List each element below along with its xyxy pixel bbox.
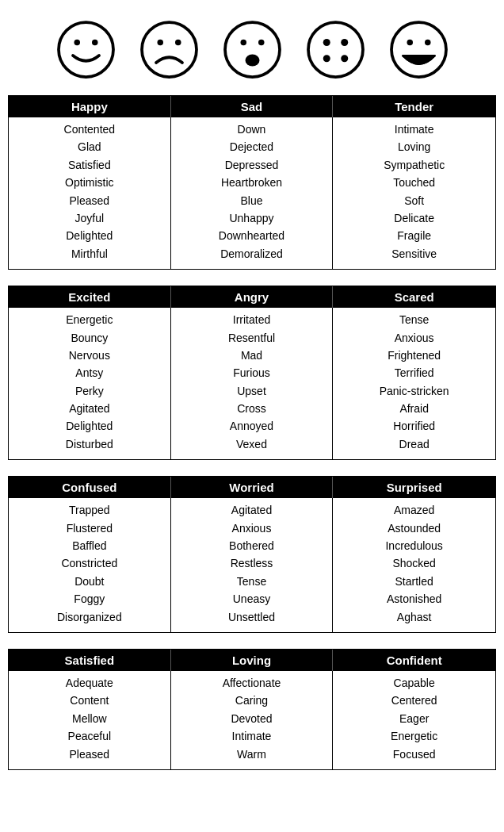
- svg-point-9: [245, 55, 259, 67]
- svg-point-13: [323, 55, 330, 62]
- word-item: Joyful: [75, 209, 105, 227]
- word-item: Cross: [237, 400, 266, 417]
- word-item: Contented: [64, 121, 116, 138]
- emotion-section-3: ConfusedWorriedSurprisedTrappedFlustered…: [8, 476, 496, 633]
- section-3-col-2-header: Worried: [171, 477, 334, 498]
- word-item: Perky: [75, 382, 104, 400]
- svg-point-3: [142, 22, 197, 77]
- section-4-col-1-words: AdequateContentMellowPeacefulPleased: [9, 671, 171, 769]
- word-item: Agitated: [231, 501, 272, 519]
- svg-point-15: [391, 22, 446, 77]
- section-4-header-row: SatisfiedLovingConfident: [9, 650, 495, 671]
- word-item: Anxious: [232, 520, 272, 537]
- section-1-col-1-header: Happy: [9, 96, 171, 117]
- word-item: Affectionate: [223, 674, 281, 692]
- section-1-col-3-words: IntimateLovingSympatheticTouchedSoftDeli…: [333, 117, 495, 269]
- word-item: Delighted: [66, 227, 113, 244]
- section-2-header-row: ExcitedAngryScared: [9, 286, 495, 308]
- excited-face-icon: [389, 20, 449, 79]
- surprised-face-icon: [223, 20, 282, 79]
- word-item: Satisfied: [68, 156, 111, 174]
- word-item: Agitated: [69, 400, 109, 417]
- svg-point-7: [240, 40, 246, 46]
- word-item: Mellow: [72, 710, 107, 727]
- word-item: Panic-stricken: [380, 382, 449, 400]
- word-item: Down: [238, 121, 266, 138]
- svg-point-6: [225, 22, 280, 77]
- word-item: Optimistic: [65, 174, 113, 191]
- section-2-col-3-header: Scared: [333, 286, 495, 308]
- word-item: Trapped: [69, 501, 110, 519]
- section-3-header-row: ConfusedWorriedSurprised: [9, 477, 495, 498]
- word-item: Dejected: [230, 138, 273, 155]
- word-item: Unsettled: [228, 608, 275, 626]
- word-item: Nervous: [69, 347, 110, 364]
- word-item: Mad: [241, 347, 262, 364]
- word-item: Energetic: [66, 311, 113, 328]
- word-item: Demoralized: [220, 245, 283, 263]
- section-3-col-1-header: Confused: [9, 477, 171, 498]
- word-item: Amazed: [394, 501, 434, 519]
- word-item: Loving: [398, 138, 430, 155]
- word-item: Upset: [237, 382, 266, 400]
- word-item: Downhearted: [219, 227, 284, 244]
- svg-point-14: [341, 55, 348, 62]
- word-item: Capable: [394, 674, 435, 692]
- section-4-words-row: AdequateContentMellowPeacefulPleasedAffe…: [9, 671, 495, 769]
- svg-point-10: [308, 22, 363, 77]
- word-item: Soft: [404, 192, 424, 209]
- word-item: Tense: [237, 573, 266, 590]
- emotion-section-1: HappySadTenderContentedGladSatisfiedOpti…: [8, 95, 496, 270]
- word-item: Caring: [235, 692, 268, 709]
- word-item: Tense: [399, 311, 429, 328]
- word-item: Furious: [233, 364, 270, 381]
- sections-container: HappySadTenderContentedGladSatisfiedOpti…: [8, 95, 496, 770]
- word-item: Shocked: [392, 554, 435, 572]
- word-item: Vexed: [236, 435, 267, 453]
- section-4-col-3-header: Confident: [333, 650, 495, 671]
- word-item: Constricted: [61, 554, 117, 572]
- word-item: Depressed: [225, 156, 279, 174]
- section-2-col-1-words: EnergeticBouncyNervousAntsyPerkyAgitated…: [9, 308, 171, 459]
- svg-point-11: [323, 39, 330, 46]
- svg-point-17: [425, 40, 431, 46]
- word-item: Content: [70, 692, 109, 709]
- word-item: Blue: [240, 192, 262, 209]
- word-item: Startled: [395, 573, 433, 590]
- emotion-section-4: SatisfiedLovingConfidentAdequateContentM…: [8, 649, 496, 770]
- word-item: Terrified: [395, 364, 434, 381]
- emotion-section-2: ExcitedAngryScaredEnergeticBouncyNervous…: [8, 286, 496, 460]
- section-1-col-2-header: Sad: [171, 96, 334, 117]
- section-3-words-row: TrappedFlusteredBaffledConstrictedDoubtF…: [9, 498, 495, 632]
- word-item: Annoyed: [230, 417, 273, 435]
- section-2-col-2-header: Angry: [171, 286, 334, 308]
- word-item: Doubt: [74, 573, 104, 590]
- section-1-col-1-words: ContentedGladSatisfiedOptimisticPleasedJ…: [9, 117, 171, 269]
- word-item: Glad: [78, 138, 101, 155]
- section-3-col-1-words: TrappedFlusteredBaffledConstrictedDoubtF…: [9, 498, 171, 632]
- section-4-col-2-words: AffectionateCaringDevotedIntimateWarm: [171, 671, 334, 769]
- confused-face-icon: [306, 20, 365, 79]
- word-item: Sensitive: [391, 245, 437, 263]
- word-item: Antsy: [75, 364, 103, 381]
- svg-point-12: [341, 39, 348, 46]
- word-item: Incredulous: [385, 537, 442, 554]
- svg-point-16: [407, 40, 413, 46]
- word-item: Adequate: [66, 674, 113, 692]
- word-item: Disorganized: [57, 608, 122, 626]
- word-item: Focused: [393, 746, 436, 763]
- word-item: Bothered: [229, 537, 274, 554]
- svg-point-5: [175, 40, 181, 46]
- section-2-col-3-words: TenseAnxiousFrightenedTerrifiedPanic-str…: [333, 308, 495, 459]
- word-item: Warm: [237, 746, 266, 763]
- section-4-col-3-words: CapableCenteredEagerEnergeticFocused: [333, 671, 495, 769]
- word-item: Astonished: [387, 590, 441, 608]
- word-item: Horrified: [393, 417, 435, 435]
- section-1-header-row: HappySadTender: [9, 96, 495, 117]
- section-1-words-row: ContentedGladSatisfiedOptimisticPleasedJ…: [9, 117, 495, 269]
- section-3-col-2-words: AgitatedAnxiousBotheredRestlessTenseUnea…: [171, 498, 334, 632]
- word-item: Pleased: [70, 192, 110, 209]
- word-item: Irritated: [233, 311, 270, 328]
- word-item: Afraid: [399, 400, 429, 417]
- word-item: Frightened: [388, 347, 441, 364]
